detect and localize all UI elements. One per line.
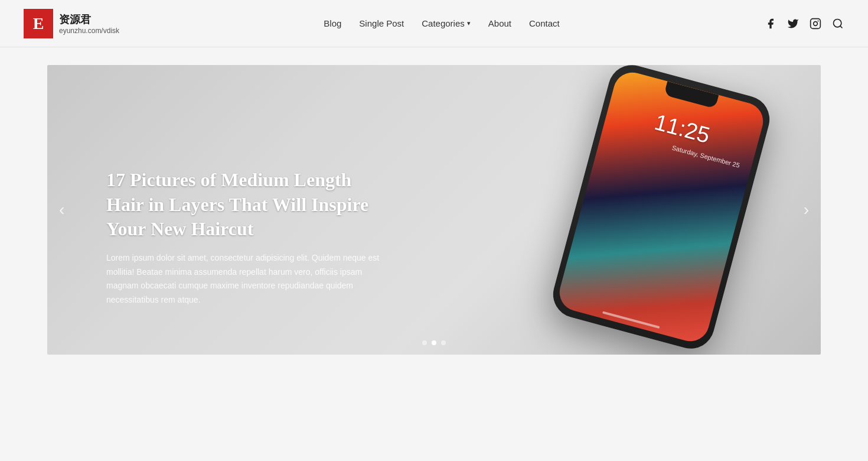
phone-mockup: 11:25 Saturday, September 25 xyxy=(549,77,774,349)
below-slider-area xyxy=(0,355,868,461)
logo[interactable]: E 资源君 eyunzhu.com/vdisk xyxy=(24,9,119,38)
slider-dot-2[interactable] xyxy=(432,340,436,345)
search-icon[interactable] xyxy=(831,17,844,30)
phone-time: 11:25 xyxy=(652,109,713,148)
logo-icon: E xyxy=(24,9,53,38)
slider-prev-button[interactable]: ‹ xyxy=(53,194,70,225)
nav-single-post[interactable]: Single Post xyxy=(359,18,404,28)
facebook-icon[interactable] xyxy=(764,17,777,30)
slide-1: 11:25 Saturday, September 25 17 Pictures… xyxy=(47,65,821,355)
hero-slider: 11:25 Saturday, September 25 17 Pictures… xyxy=(47,65,821,355)
nav-contact[interactable]: Contact xyxy=(529,18,560,28)
slider-next-button[interactable]: › xyxy=(798,194,815,225)
logo-subtitle: eyunzhu.com/vdisk xyxy=(59,27,119,35)
chevron-down-icon: ▾ xyxy=(467,20,471,27)
nav-about[interactable]: About xyxy=(488,18,511,28)
logo-text: 资源君 eyunzhu.com/vdisk xyxy=(59,12,119,35)
logo-title: 资源君 xyxy=(59,12,119,27)
svg-rect-0 xyxy=(811,18,821,28)
svg-point-2 xyxy=(818,20,819,21)
slide-title: 17 Pictures of Medium Length Hair in Lay… xyxy=(106,168,390,242)
slider-dot-3[interactable] xyxy=(441,340,446,345)
main-nav: Blog Single Post Categories ▾ About Cont… xyxy=(324,18,559,28)
site-header: E 资源君 eyunzhu.com/vdisk Blog Single Post… xyxy=(0,0,868,47)
instagram-icon[interactable] xyxy=(809,17,822,30)
slide-content: 17 Pictures of Medium Length Hair in Lay… xyxy=(106,168,390,307)
slide-excerpt: Lorem ipsum dolor sit amet, consectetur … xyxy=(106,251,390,307)
svg-line-4 xyxy=(840,25,843,28)
svg-point-3 xyxy=(833,19,841,27)
phone-outer: 11:25 Saturday, September 25 xyxy=(548,65,775,354)
slider-dots xyxy=(422,340,446,345)
nav-categories[interactable]: Categories ▾ xyxy=(422,18,471,28)
phone-screen: 11:25 Saturday, September 25 xyxy=(556,68,768,345)
phone-notch xyxy=(664,81,719,108)
slider-dot-1[interactable] xyxy=(422,340,427,345)
phone-home-indicator xyxy=(602,311,660,329)
nav-blog[interactable]: Blog xyxy=(324,18,341,28)
twitter-icon[interactable] xyxy=(787,17,800,30)
social-icons xyxy=(764,17,844,30)
svg-point-1 xyxy=(814,21,818,25)
